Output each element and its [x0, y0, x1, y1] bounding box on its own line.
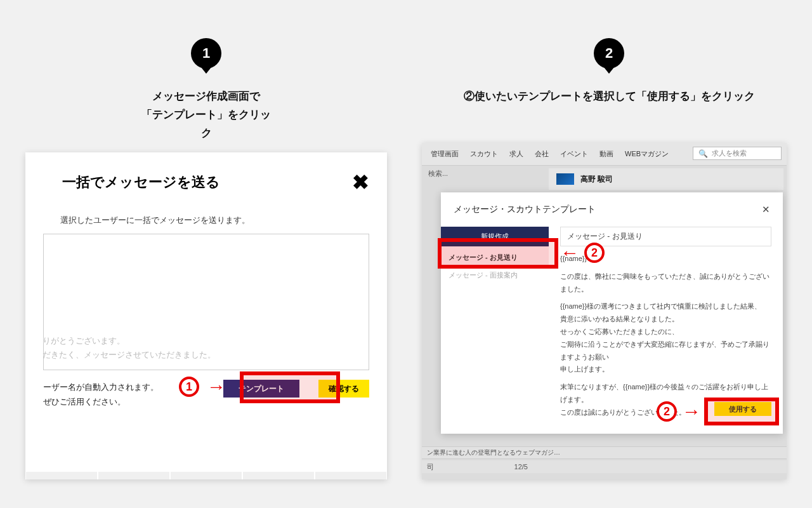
top-nav: 管理画面 スカウト 求人 会社 イベント 動画 WEBマガジン 🔍 求人を検索 — [422, 143, 787, 165]
bulk-message-title: 一括でメッセージを送る — [62, 173, 220, 192]
nav-kanri[interactable]: 管理画面 — [431, 149, 459, 159]
step-badge-1: 1 — [191, 38, 221, 69]
nav-douga[interactable]: 動画 — [599, 149, 613, 159]
arrow-right-icon: → — [682, 401, 701, 422]
date-row: 司 12/5 — [422, 460, 787, 473]
arrow-left-icon: → — [560, 242, 579, 264]
callout-circle-1: 1 — [179, 377, 199, 397]
nav-scout[interactable]: スカウト — [470, 149, 498, 159]
step-1-caption: メッセージ作成画面で 「テンプレート」をクリック — [136, 88, 276, 143]
template-list: 新規作成 メッセージ - お見送り メッセージ - 面接案内 — [441, 227, 549, 424]
template-button[interactable]: テンプレート — [223, 380, 299, 398]
step-2-header: 2 ②使いたいテンプレートを選択して「使用する」をクリック — [431, 38, 787, 106]
template-select-panel: 管理画面 スカウト 求人 会社 イベント 動画 WEBマガジン 🔍 求人を検索 … — [422, 143, 787, 479]
search-icon: 🔍 — [698, 149, 708, 158]
step-1-header: 1 メッセージ作成画面で 「テンプレート」をクリック — [136, 38, 276, 143]
close-icon[interactable]: ✖ — [352, 170, 369, 194]
nav-event[interactable]: イベント — [560, 149, 588, 159]
arrow-right-icon: → — [207, 376, 226, 398]
template-item-okurimiokuri[interactable]: メッセージ - お見送り — [441, 246, 549, 269]
template-item-mensetsu[interactable]: メッセージ - 面接案内 — [441, 269, 549, 286]
nav-kyujin[interactable]: 求人 — [509, 149, 523, 159]
callout-circle-2b: 2 — [657, 401, 677, 422]
avatar — [556, 173, 574, 185]
callout-circle-2a: 2 — [584, 243, 605, 263]
callout-2a: → 2 — [560, 242, 605, 264]
callout-1: 1 → — [179, 376, 226, 398]
confirm-button[interactable]: 確認する — [318, 380, 369, 398]
new-template-button[interactable]: 新規作成 — [441, 227, 549, 246]
message-textarea[interactable]: りがとうございます。 だきたく、メッセージさせていただきました。 — [43, 234, 369, 370]
magazine-row: ン業界に進む人の登竜門となるウェブマガジ… — [422, 446, 787, 459]
close-icon[interactable]: ✕ — [762, 204, 770, 215]
footer-bar — [25, 472, 387, 479]
search-input[interactable]: 🔍 求人を検索 — [693, 147, 782, 160]
step-2-caption: ②使いたいテンプレートを選択して「使用する」をクリック — [464, 88, 755, 106]
nav-kaisha[interactable]: 会社 — [535, 149, 549, 159]
bulk-message-subtitle: 選択したユーザーに一括でメッセージを送ります。 — [25, 215, 387, 226]
footer-area: ン業界に進む人の登竜門となるウェブマガジ… 司 12/5 — [422, 441, 787, 479]
nav-webmag[interactable]: WEBマガジン — [625, 149, 669, 159]
user-name: 高野 駿司 — [580, 174, 613, 185]
template-modal-title: メッセージ・スカウトテンプレート — [454, 204, 596, 215]
bulk-message-modal: 一括でメッセージを送る ✖ 選択したユーザーに一括でメッセージを送ります。 りが… — [25, 152, 387, 479]
step-badge-2: 2 — [594, 38, 624, 69]
use-template-button[interactable]: 使用する — [714, 402, 771, 416]
callout-2b: 2 → — [657, 401, 701, 422]
user-row[interactable]: 高野 駿司 — [549, 168, 783, 190]
template-modal: メッセージ・スカウトテンプレート ✕ 新規作成 メッセージ - お見送り メッセ… — [441, 192, 783, 434]
